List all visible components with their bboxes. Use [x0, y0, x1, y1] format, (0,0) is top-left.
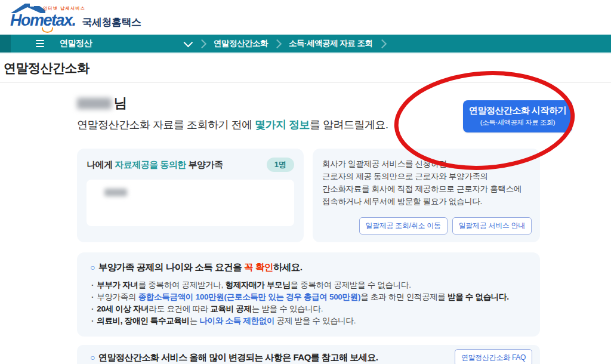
navbar-edge-block: [0, 35, 11, 53]
chevron-down-icon[interactable]: [184, 38, 193, 47]
breadcrumb-chevron-icon: [377, 39, 387, 48]
notice-item: ·부부가 자녀를 중복하여 공제받거나, 형제자매가 부모님을 중복하여 공제받…: [90, 279, 527, 291]
redacted-dependent-name: [104, 189, 127, 196]
faq-banner-title: ○연말정산간소화 서비스 올해 많이 변경되는 사항은 FAQ를 참고해 보세요…: [90, 352, 378, 363]
dependents-notice-box: ○부양가족 공제의 나이와 소득 요건을 꼭 확인하세요. ·부부가 자녀를 중…: [77, 252, 540, 337]
logo-tagline: 인터넷 납세서비스: [43, 5, 85, 11]
logo-swoosh-icon: [42, 27, 54, 33]
notice-item: ·부양가족의 종합소득금액이 100만원(근로소득만 있는 경우 총급여 500…: [90, 291, 527, 303]
page-title: 연말정산간소화: [4, 61, 90, 75]
breadcrumb-deduction-lookup[interactable]: 소득·세액공제 자료 조회: [289, 38, 373, 49]
faq-button[interactable]: 연말정산간소화 FAQ: [455, 349, 532, 364]
hamburger-menu-icon[interactable]: [36, 40, 44, 47]
notice-item: ·20세 이상 자녀라도 요건에 따라 교육비 공제는 받을 수 있습니다.: [90, 303, 527, 315]
site-header: 인터넷 납세서비스 Hometax. 국세청홈택스: [0, 0, 611, 35]
page-title-bar: 연말정산간소화: [0, 53, 611, 83]
faq-banner: ○연말정산간소화 서비스 올해 많이 변경되는 사항은 FAQ를 참고해 보세요…: [77, 345, 540, 364]
dependents-list-box: [87, 180, 294, 226]
info-cards-row: 나에게 자료제공을 동의한 부양가족 1명 회사가 일괄제공 서비스를 신청하면…: [77, 149, 540, 242]
breadcrumb-simplified[interactable]: 연말정산간소화: [214, 38, 268, 49]
notice-item: ·의료비, 장애인 특수교육비는 나이와 소득 제한없이 공제 받을 수 있습니…: [90, 315, 527, 327]
logo-wordmark: Hometax. 국세청홈택스: [10, 11, 141, 30]
main-content: 님 연말정산간소화 자료를 조회하기 전에 몇가지 정보를 알려드릴게요. 연말…: [77, 94, 540, 364]
circle-bullet-icon: ○: [90, 353, 95, 362]
breadcrumb-chevron-icon: [198, 39, 207, 48]
bulk-service-description: 회사가 일괄제공 서비스를 신청하면 근로자의 제공 동의만으로 근로자와 부양…: [322, 158, 530, 208]
nav-menu-yearend[interactable]: 연말정산: [60, 38, 92, 49]
brand-text: Hometax.: [10, 11, 76, 30]
dependents-card-title: 나에게 자료제공을 동의한 부양가족: [87, 159, 223, 171]
circle-bullet-icon: ○: [90, 263, 95, 272]
dependents-count-badge: 1명: [267, 158, 294, 172]
greeting-section: 님 연말정산간소화 자료를 조회하기 전에 몇가지 정보를 알려드릴게요. 연말…: [77, 94, 540, 131]
breadcrumb-chevron-icon: [273, 39, 282, 48]
bulk-service-guide-button[interactable]: 일괄제공 서비스 안내: [452, 217, 532, 235]
top-navbar: 연말정산 연말정산간소화 소득·세액공제 자료 조회: [0, 35, 611, 53]
site-name: 국세청홈택스: [82, 16, 141, 29]
hometax-logo[interactable]: 인터넷 납세서비스 Hometax. 국세청홈택스: [8, 2, 199, 32]
notice-list: ·부부가 자녀를 중복하여 공제받거나, 형제자매가 부모님을 중복하여 공제받…: [90, 279, 527, 327]
bulk-lookup-cancel-button[interactable]: 일괄제공 조회/취소 이동: [359, 217, 448, 235]
redacted-user-name: [77, 98, 112, 109]
dependents-card: 나에게 자료제공을 동의한 부양가족 1명: [77, 149, 304, 242]
greeting-suffix: 님: [114, 94, 127, 112]
notice-title: ○부양가족 공제의 나이와 소득 요건을 꼭 확인하세요.: [90, 261, 527, 274]
greeting-highlight: 몇가지 정보: [255, 119, 310, 131]
bulk-service-card: 회사가 일괄제공 서비스를 신청하면 근로자의 제공 동의만으로 근로자와 부양…: [313, 149, 540, 242]
start-simplified-button[interactable]: 연말정산간소화 시작하기 (소득·세액공제 자료 조회): [463, 100, 572, 132]
